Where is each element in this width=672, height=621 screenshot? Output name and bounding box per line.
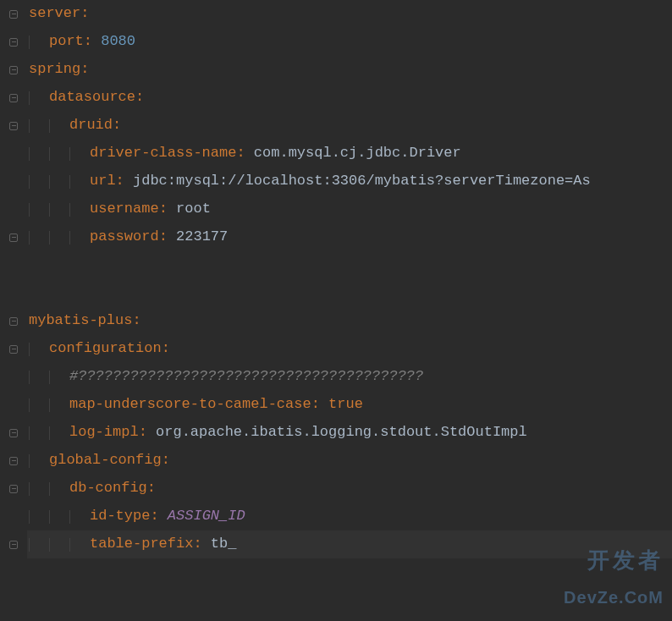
colon: : [135, 84, 144, 112]
fold-icon[interactable] [9, 66, 18, 74]
gutter-line [0, 279, 27, 307]
yaml-key: configuration [49, 335, 162, 363]
code-line[interactable]: url: jdbc:mysql://localhost:3306/mybatis… [27, 168, 672, 195]
colon: : [159, 195, 168, 223]
yaml-key: map-underscore-to-camel-case [69, 391, 311, 419]
comment: #???????????????????????????????????????… [69, 363, 423, 391]
yaml-key: global-config [49, 447, 162, 475]
yaml-value: com.mysql.cj.jdbc.Driver [254, 140, 461, 168]
code-line[interactable]: map-underscore-to-camel-case: true [27, 391, 672, 419]
gutter-line [0, 168, 27, 195]
gutter-line [0, 195, 27, 223]
yaml-value: root [176, 195, 211, 223]
colon: : [159, 223, 168, 251]
gutter [0, 0, 27, 621]
yaml-key: password [90, 223, 159, 251]
gutter-line [0, 530, 27, 558]
fold-icon[interactable] [9, 485, 18, 493]
code-line[interactable]: mybatis-plus: [27, 307, 672, 335]
gutter-line [0, 335, 27, 363]
gutter-line [0, 112, 27, 140]
yaml-key: db-config [69, 475, 147, 503]
gutter-line [0, 503, 27, 530]
gutter-line [0, 0, 27, 28]
colon: : [139, 419, 147, 447]
code-line[interactable]: db-config: [27, 475, 672, 503]
colon: : [162, 335, 170, 363]
code-line[interactable]: druid: [27, 112, 672, 140]
colon: : [132, 307, 140, 335]
code-editor[interactable]: server:port: 8080spring:datasource:druid… [0, 0, 672, 621]
gutter-line [0, 28, 27, 56]
yaml-value: org.apache.ibatis.logging.stdout.StdOutI… [156, 419, 527, 447]
fold-icon[interactable] [9, 457, 18, 465]
yaml-key: log-impl [69, 419, 139, 447]
yaml-key: spring [29, 56, 80, 84]
colon: : [150, 503, 158, 530]
yaml-key: port [49, 28, 84, 56]
code-line[interactable]: global-config: [27, 447, 672, 475]
fold-icon[interactable] [9, 122, 18, 130]
gutter-line [0, 307, 27, 335]
code-line[interactable] [27, 251, 672, 279]
yaml-key: server [29, 0, 80, 28]
gutter-line [0, 447, 27, 475]
gutter-line [0, 391, 27, 419]
gutter-line [0, 223, 27, 251]
gutter-line [0, 251, 27, 279]
gutter-line [0, 558, 27, 586]
fold-icon[interactable] [9, 345, 18, 354]
code-line[interactable]: id-type: ASSIGN_ID [27, 503, 672, 530]
colon: : [311, 391, 320, 419]
gutter-line [0, 140, 27, 168]
yaml-key: id-type [90, 503, 150, 530]
code-line[interactable]: password: 223177 [27, 223, 672, 251]
colon: : [193, 530, 201, 558]
code-line[interactable] [27, 279, 672, 307]
code-line[interactable]: port: 8080 [27, 28, 672, 56]
code-line[interactable]: #???????????????????????????????????????… [27, 363, 672, 391]
yaml-key: druid [69, 112, 113, 140]
fold-icon[interactable] [9, 94, 18, 102]
fold-icon[interactable] [9, 38, 18, 47]
colon: : [80, 0, 89, 28]
code-line[interactable]: username: root [27, 195, 672, 223]
code-line[interactable]: configuration: [27, 335, 672, 363]
code-line[interactable]: server: [27, 0, 672, 28]
yaml-key: table-prefix [90, 530, 193, 558]
gutter-line [0, 419, 27, 447]
yaml-value: true [328, 391, 363, 419]
colon: : [84, 28, 92, 56]
yaml-value: jdbc:mysql://localhost:3306/mybatis?serv… [133, 168, 591, 195]
code-area[interactable]: server:port: 8080spring:datasource:druid… [27, 0, 672, 621]
yaml-key: mybatis-plus [29, 307, 132, 335]
gutter-line [0, 475, 27, 503]
yaml-key: datasource [49, 84, 135, 112]
fold-icon[interactable] [9, 317, 18, 326]
yaml-value: ASSIGN_ID [168, 503, 245, 530]
yaml-key: url [90, 168, 116, 195]
gutter-line [0, 84, 27, 112]
yaml-value: 8080 [101, 28, 135, 56]
code-line[interactable]: datasource: [27, 84, 672, 112]
colon: : [80, 56, 89, 84]
yaml-value: 223177 [176, 223, 228, 251]
colon: : [116, 168, 124, 195]
fold-icon[interactable] [9, 541, 18, 549]
yaml-key: username [90, 195, 159, 223]
yaml-key: driver-class-name [90, 140, 236, 168]
fold-icon[interactable] [9, 429, 18, 437]
fold-icon[interactable] [9, 10, 18, 19]
code-line[interactable] [27, 558, 672, 586]
colon: : [162, 447, 170, 475]
code-line[interactable]: table-prefix: tb_ [27, 530, 672, 558]
fold-icon[interactable] [9, 234, 18, 242]
code-line[interactable]: log-impl: org.apache.ibatis.logging.stdo… [27, 419, 672, 447]
gutter-line [0, 363, 27, 391]
yaml-value: tb_ [211, 530, 237, 558]
code-line[interactable]: driver-class-name: com.mysql.cj.jdbc.Dri… [27, 140, 672, 168]
colon: : [236, 140, 245, 168]
colon: : [147, 475, 156, 503]
code-line[interactable]: spring: [27, 56, 672, 84]
gutter-line [0, 56, 27, 84]
